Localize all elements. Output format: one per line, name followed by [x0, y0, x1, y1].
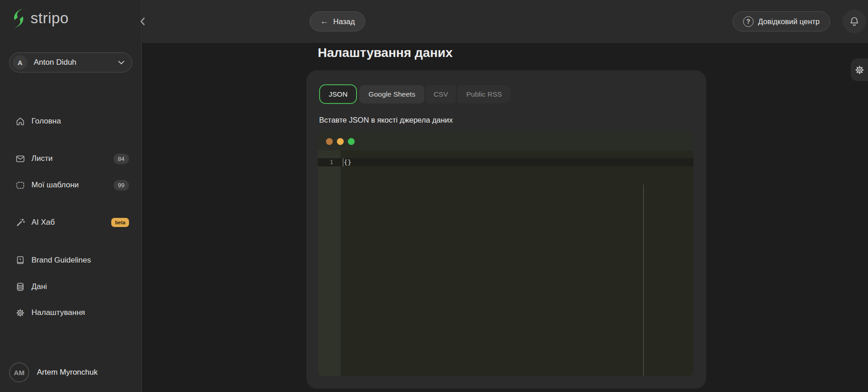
data-settings-panel: JSON Google Sheets CSV Public RSS Вставт…: [306, 70, 706, 389]
editor-window-bar: [318, 132, 693, 150]
back-button[interactable]: ← Назад: [310, 11, 365, 31]
stripo-logo-text: stripo: [31, 10, 69, 27]
main-content: Налаштування даних JSON Google Sheets CS…: [142, 43, 868, 392]
sidebar-item-ai-hub[interactable]: AI Хаб beta: [0, 212, 142, 232]
tab-json[interactable]: JSON: [319, 84, 357, 104]
sidebar-item-label: Дані: [31, 282, 47, 291]
templates-count-badge: 99: [114, 180, 129, 191]
sidebar-item-label: AI Хаб: [31, 218, 55, 227]
editor-instruction: Вставте JSON в якості джерела даних: [319, 116, 693, 124]
gear-icon: [854, 64, 865, 76]
sidebar-item-label: Мої шаблони: [31, 181, 79, 190]
notifications-button[interactable]: [842, 10, 866, 33]
envelope-icon: [15, 154, 26, 164]
account-user-name: Artem Myronchuk: [37, 368, 98, 377]
beta-badge: beta: [111, 218, 129, 227]
stripo-logo[interactable]: stripo: [11, 8, 69, 28]
workspace-avatar: A: [13, 55, 27, 70]
account-user[interactable]: AM Artem Myronchuk: [9, 362, 98, 382]
sidebar-item-brand-guidelines[interactable]: Brand Guidelines: [0, 250, 142, 270]
brand-book-icon: [15, 255, 26, 266]
workspace-user-dropdown[interactable]: A Anton Diduh: [9, 52, 132, 72]
sidebar-item-templates[interactable]: Мої шаблони 99: [0, 175, 142, 195]
tab-public-rss[interactable]: Public RSS: [457, 85, 511, 103]
sidebar: stripo A Anton Diduh Головна Листи 84 Мо…: [0, 0, 142, 392]
sidebar-item-emails[interactable]: Листи 84: [0, 149, 142, 169]
bell-icon: [849, 16, 860, 27]
top-header: ← Назад ? Довідковий центр: [142, 0, 868, 43]
sidebar-item-home[interactable]: Головна: [0, 111, 142, 131]
database-icon: [15, 282, 26, 292]
stripo-logo-icon: [11, 8, 26, 28]
workspace-user-name: Anton Diduh: [34, 58, 118, 67]
question-circle-icon: ?: [743, 16, 754, 27]
emails-count-badge: 84: [114, 154, 129, 164]
sidebar-item-label: Brand Guidelines: [31, 256, 91, 265]
template-icon: [15, 180, 26, 191]
editor-line-number: 1: [318, 158, 341, 166]
gear-icon: [15, 308, 26, 318]
data-source-tabs: JSON Google Sheets CSV Public RSS: [319, 84, 693, 104]
tab-google-sheets[interactable]: Google Sheets: [359, 85, 424, 103]
chevron-left-icon: [140, 17, 145, 26]
help-center-button[interactable]: ? Довідковий центр: [733, 11, 830, 31]
chevron-down-icon: [118, 61, 124, 65]
sidebar-item-label: Листи: [31, 154, 52, 163]
home-icon: [15, 116, 26, 127]
account-avatar: AM: [9, 362, 29, 382]
editor-body[interactable]: 1 {}: [318, 150, 693, 376]
print-margin-line: [643, 185, 644, 376]
edge-settings-button[interactable]: [851, 58, 868, 81]
sidebar-item-label: Головна: [31, 117, 61, 126]
back-button-label: Назад: [333, 17, 355, 26]
editor-code-text[interactable]: {}: [343, 158, 351, 166]
help-center-label: Довідковий центр: [758, 17, 820, 26]
json-code-editor[interactable]: 1 {}: [318, 132, 693, 376]
sidebar-item-label: Налаштування: [31, 308, 85, 317]
window-dot-yellow-icon: [337, 138, 344, 145]
tab-csv[interactable]: CSV: [426, 85, 456, 103]
sidebar-item-data[interactable]: Дані: [0, 277, 142, 297]
editor-active-line: [318, 158, 693, 166]
window-dot-red-icon: [326, 138, 333, 145]
page-title: Налаштування даних: [318, 46, 453, 60]
sidebar-collapse-button[interactable]: [137, 16, 148, 27]
editor-gutter: [318, 150, 341, 376]
sidebar-item-settings[interactable]: Налаштування: [0, 303, 142, 323]
window-dot-green-icon: [348, 138, 355, 145]
arrow-left-icon: ←: [320, 16, 329, 26]
magic-wand-icon: [15, 217, 26, 228]
